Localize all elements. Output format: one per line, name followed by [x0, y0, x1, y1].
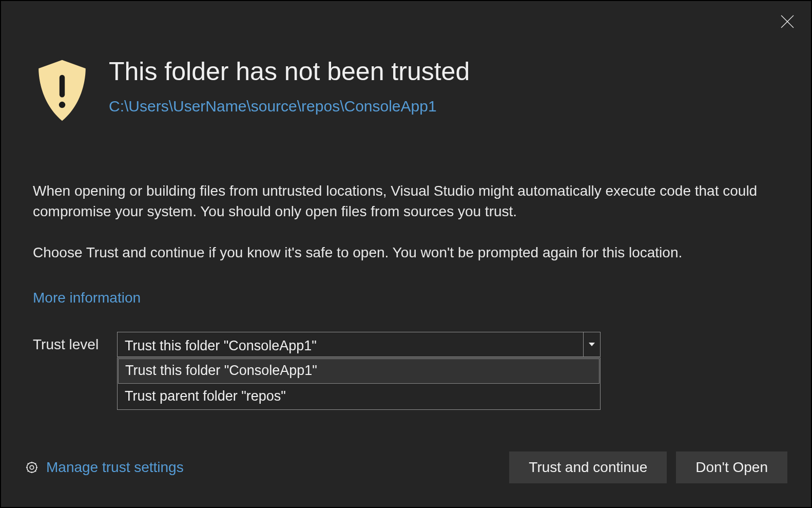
dont-open-button[interactable]: Don't Open — [676, 451, 787, 483]
folder-path: C:\Users\UserName\source\repos\ConsoleAp… — [109, 98, 470, 115]
header-text: This folder has not been trusted C:\User… — [109, 57, 470, 115]
trust-level-option-1[interactable]: Trust parent folder "repos" — [118, 384, 600, 409]
trust-level-combobox[interactable]: Trust this folder "ConsoleApp1" Trust th… — [117, 332, 601, 357]
dialog-body: When opening or building files from untr… — [33, 181, 779, 306]
svg-point-4 — [30, 465, 33, 469]
svg-rect-2 — [60, 75, 65, 98]
trust-level-row: Trust level Trust this folder "ConsoleAp… — [33, 332, 601, 357]
trust-level-dropdown: Trust this folder "ConsoleApp1" Trust pa… — [117, 358, 601, 410]
svg-point-3 — [59, 102, 65, 108]
trust-level-selected[interactable]: Trust this folder "ConsoleApp1" — [117, 332, 583, 357]
manage-trust-settings-link[interactable]: Manage trust settings — [25, 459, 184, 476]
dialog-footer: Manage trust settings Trust and continue… — [25, 451, 787, 483]
dialog-buttons: Trust and continue Don't Open — [509, 451, 787, 483]
trust-level-label: Trust level — [33, 336, 99, 353]
close-button[interactable] — [778, 12, 797, 31]
svg-point-5 — [27, 462, 36, 472]
trust-dialog: This folder has not been trusted C:\User… — [0, 0, 812, 508]
chevron-down-icon — [589, 343, 595, 347]
trust-level-dropdown-button[interactable] — [583, 332, 601, 357]
trust-level-option-0[interactable]: Trust this folder "ConsoleApp1" — [118, 359, 600, 384]
dialog-title: This folder has not been trusted — [109, 57, 470, 86]
manage-trust-settings-label: Manage trust settings — [46, 459, 184, 476]
trust-and-continue-button[interactable]: Trust and continue — [509, 451, 667, 483]
gear-icon — [25, 460, 39, 475]
shield-icon-wrap — [29, 57, 95, 123]
dialog-header: This folder has not been trusted C:\User… — [29, 57, 470, 123]
close-icon — [780, 14, 795, 29]
body-paragraph-2: Choose Trust and continue if you know it… — [33, 242, 779, 263]
more-information-link[interactable]: More information — [33, 290, 141, 306]
body-paragraph-1: When opening or building files from untr… — [33, 181, 779, 222]
shield-warning-icon — [35, 59, 89, 123]
